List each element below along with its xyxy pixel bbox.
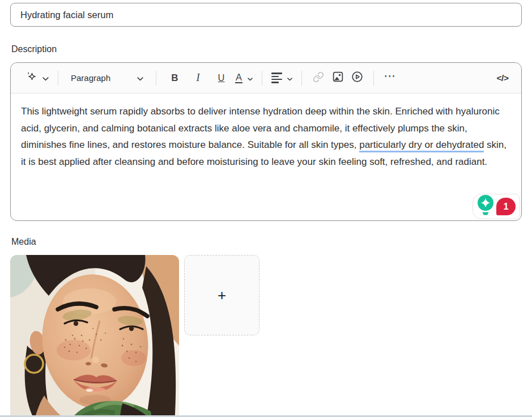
paragraph-style-selector[interactable]: Paragraph (65, 69, 149, 88)
insert-link-button[interactable] (309, 69, 328, 88)
image-icon (332, 71, 344, 85)
italic-button[interactable]: I (186, 69, 210, 88)
code-icon: </> (497, 73, 509, 83)
text-color-icon: A (235, 73, 242, 83)
product-title-input[interactable] (10, 3, 522, 27)
toolbar-divider (373, 71, 374, 86)
align-left-icon (271, 73, 282, 83)
editor-toolbar: Paragraph B I U A (11, 63, 521, 93)
description-editor-body[interactable]: This lightweight serum rapidly absorbs t… (11, 93, 521, 170)
bold-button[interactable]: B (163, 69, 186, 88)
add-media-button[interactable]: + (184, 255, 259, 335)
toolbar-divider (262, 71, 262, 86)
toolbar-divider (156, 71, 156, 86)
grammarly-underlined-text[interactable]: particularly dry or dehydrated (359, 139, 484, 152)
toolbar-divider (58, 71, 58, 86)
more-options-button[interactable]: ⋯ (381, 69, 400, 88)
grammarly-lightbulb-icon (477, 194, 494, 219)
video-play-icon (351, 71, 363, 85)
grammarly-count-badge[interactable]: 1 (496, 198, 516, 215)
underline-button[interactable]: U (210, 69, 233, 88)
plus-icon: + (218, 287, 226, 304)
media-label: Media (11, 237, 36, 247)
chevron-down-icon (137, 73, 143, 83)
underline-icon: U (218, 73, 225, 83)
ellipsis-icon: ⋯ (384, 69, 397, 83)
insert-image-button[interactable] (328, 69, 347, 88)
description-label: Description (11, 44, 57, 54)
show-html-button[interactable]: </> (493, 69, 512, 88)
link-icon (313, 71, 324, 85)
portrait-image (10, 255, 179, 417)
chevron-down-icon (42, 73, 49, 83)
rich-text-editor: Paragraph B I U A (10, 62, 522, 221)
ai-assistant-button[interactable] (23, 69, 51, 88)
sparkle-icon (25, 71, 37, 85)
italic-icon: I (197, 72, 200, 84)
chevron-down-icon (287, 73, 292, 83)
chevron-down-icon (248, 73, 253, 83)
text-color-button[interactable]: A (233, 69, 255, 88)
grammarly-widget[interactable]: 1 (473, 194, 520, 219)
paragraph-style-value: Paragraph (71, 73, 110, 83)
media-image-thumbnail[interactable] (10, 255, 179, 417)
alignment-button[interactable] (269, 69, 295, 88)
toolbar-divider (301, 71, 302, 86)
insert-video-button[interactable] (347, 69, 367, 88)
bold-icon: B (171, 73, 178, 84)
